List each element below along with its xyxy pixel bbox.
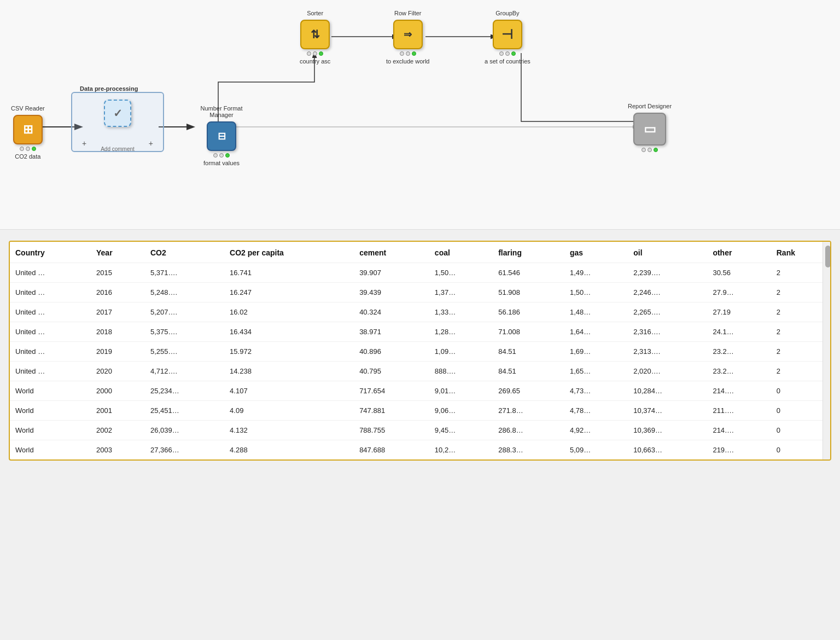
table-cell: 888…. [429,362,493,381]
table-cell: 51.908 [493,283,564,302]
col-co2: CO2 [145,242,224,263]
node-sorter-status [307,51,323,56]
table-cell: 269.65 [493,381,564,401]
table-cell: 2 [771,283,830,302]
table-cell: 2015 [91,263,145,283]
table-cell: 2019 [91,342,145,362]
table-cell: 27,366… [145,440,224,460]
node-report-designer[interactable]: Report Designer ▭ [628,103,672,152]
table-cell: 5,207…. [145,302,224,322]
node-groupby[interactable]: GroupBy ⊣ a set of countries [485,10,530,65]
node-groupby-box[interactable]: ⊣ [493,20,522,49]
table-cell: 5,255…. [145,342,224,362]
node-groupby-sublabel: a set of countries [485,58,530,65]
node-number-format[interactable]: Number Format Manager ⊟ format values [189,105,254,166]
table-cell: 2,239…. [628,263,707,283]
filter-icon: ⇒ [404,28,412,40]
sort-icon: ⇅ [311,28,320,41]
table-row: United …20175,207….16.0240.3241,33…56.18… [10,302,830,322]
table-cell: 219…. [707,440,771,460]
node-preprocessing-box[interactable]: ✓ [104,100,131,127]
col-coal: coal [429,242,493,263]
table-cell: 2,316…. [628,322,707,342]
node-preprocessing-inner[interactable]: ✓ [104,100,131,127]
table-cell: 2018 [91,322,145,342]
table-cell: 15.972 [224,342,354,362]
table-cell: World [10,401,91,421]
col-co2-per-capita: CO2 per capita [224,242,354,263]
table-cell: 39.439 [354,283,429,302]
table-cell: 1,50… [564,283,628,302]
node-number-format-title: Number Format Manager [189,105,254,118]
table-cell: 1,09… [429,342,493,362]
table-cell: 1,69… [564,342,628,362]
dot3 [511,51,516,56]
node-number-format-box[interactable]: ⊟ [207,121,236,151]
group-title: Data pre-processing [78,85,140,92]
table-row: United …20185,375….16.43438.9711,28…71.0… [10,322,830,342]
node-report-designer-box[interactable]: ▭ [633,113,666,146]
dot1 [641,148,646,152]
table-cell: 2,020…. [628,362,707,381]
table-row: United …20165,248….16.24739.4391,37…51.9… [10,283,830,302]
table-cell: 30.56 [707,263,771,283]
table-cell: 40.324 [354,302,429,322]
table-cell: 0 [771,401,830,421]
table-cell: 1,33… [429,302,493,322]
node-csv-reader[interactable]: CSV Reader ⊞ CO2 data [11,105,45,160]
table-cell: 23.2… [707,342,771,362]
table-cell: 2001 [91,401,145,421]
dot2 [406,51,410,56]
table-cell: 2020 [91,362,145,381]
table-cell: 10,284… [628,381,707,401]
dot3 [32,147,36,151]
table-cell: 2016 [91,283,145,302]
table-cell: 24.1… [707,322,771,342]
table-cell: World [10,440,91,460]
dot1 [499,51,504,56]
groupby-icon: ⊣ [501,27,513,42]
csv-icon: ⊞ [23,123,33,137]
add-comment-plus-right[interactable]: + [149,139,153,148]
table-cell: 4,73… [564,381,628,401]
scrollbar-thumb[interactable] [825,246,831,267]
node-sorter-box[interactable]: ⇅ [300,20,330,49]
node-row-filter-box[interactable]: ⇒ [393,20,423,49]
col-rank: Rank [771,242,830,263]
table-cell: 0 [771,421,830,440]
table-row: United …20195,255….15.97240.8961,09…84.5… [10,342,830,362]
table-cell: 4.288 [224,440,354,460]
node-row-filter-sublabel: to exclude world [386,58,430,65]
add-comment-plus-left[interactable]: + [82,139,86,148]
table-cell: United … [10,322,91,342]
col-other: other [707,242,771,263]
table-cell: 10,2… [429,440,493,460]
table-cell: 84.51 [493,362,564,381]
table-cell: 9,01… [429,381,493,401]
table-cell: 214…. [707,381,771,401]
node-csv-reader-box[interactable]: ⊞ [13,115,43,144]
table-row: World200226,039…4.132788.7559,45…286.8…4… [10,421,830,440]
scrollbar-track[interactable] [822,242,830,459]
node-sorter[interactable]: Sorter ⇅ country asc [300,10,330,65]
table-cell: 10,374… [628,401,707,421]
table-cell: 747.881 [354,401,429,421]
group-data-preprocessing: Data pre-processing ✓ + + Add comment [71,92,164,152]
table-cell: 14.238 [224,362,354,381]
table-cell: 5,09… [564,440,628,460]
table-cell: 38.971 [354,322,429,342]
node-row-filter[interactable]: Row Filter ⇒ to exclude world [386,10,430,65]
node-csv-reader-title: CSV Reader [11,105,45,112]
col-oil: oil [628,242,707,263]
dot3 [654,148,658,152]
col-flaring: flaring [493,242,564,263]
table-cell: 1,28… [429,322,493,342]
add-comment-label: Add comment [101,146,135,152]
table-cell: 9,45… [429,421,493,440]
table-scroll-area[interactable]: Country Year CO2 CO2 per capita cement c… [10,242,830,459]
node-sorter-title: Sorter [307,10,323,16]
table-cell: 4,92… [564,421,628,440]
table-cell: 2,246…. [628,283,707,302]
table-cell: 0 [771,381,830,401]
dot2 [26,147,30,151]
